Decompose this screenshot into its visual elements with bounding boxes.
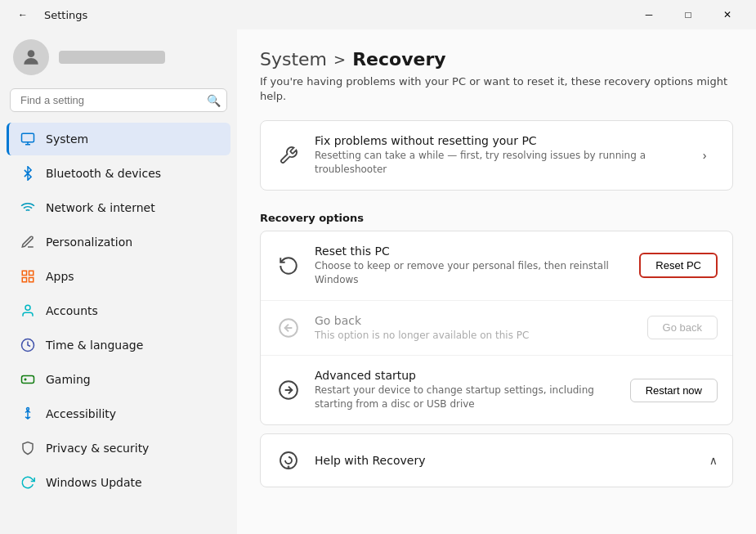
sidebar-item-label: Bluetooth & devices [46,167,161,180]
search-input[interactable] [10,88,227,112]
app-title: Settings [44,9,87,21]
reset-pc-item: Reset this PC Choose to keep or remove y… [261,231,732,301]
wrench-icon [275,142,302,168]
svg-rect-8 [22,376,34,384]
go-back-desc: This option is no longer available on th… [315,329,634,343]
reset-pc-title: Reset this PC [315,245,626,258]
sidebar-item-gaming[interactable]: Gaming [7,363,230,396]
svg-rect-1 [22,133,34,142]
maximize-icon: □ [685,9,691,20]
advanced-startup-action: Restart now [630,379,718,402]
bluetooth-icon [20,165,36,182]
reset-pc-button[interactable]: Reset PC [639,253,718,278]
fix-problems-item[interactable]: Fix problems without resetting your PC R… [261,121,732,190]
title-bar-left: ← Settings [10,2,87,27]
title-bar: ← Settings ─ □ ✕ [0,0,756,29]
sidebar-item-label: Gaming [46,373,91,386]
go-back-icon [275,315,302,341]
svg-rect-3 [29,271,34,275]
help-recovery-header[interactable]: Help with Recovery ∧ [261,434,732,487]
advanced-startup-title: Advanced startup [315,369,617,382]
time-icon [20,337,36,353]
svg-rect-4 [22,278,26,282]
maximize-button[interactable]: □ [669,2,707,27]
avatar [13,39,49,75]
svg-rect-5 [29,278,34,282]
sidebar-item-label: Network & internet [46,201,155,214]
breadcrumb: System > Recovery [260,49,733,70]
sidebar-item-personalization[interactable]: Personalization [7,226,230,258]
breadcrumb-separator: > [333,51,346,68]
sidebar-item-label: Privacy & security [46,442,149,455]
restart-now-button[interactable]: Restart now [630,379,718,402]
update-icon [20,474,36,491]
advanced-startup-text: Advanced startup Restart your device to … [315,369,617,411]
search-icon: 🔍 [207,94,221,107]
sidebar-item-label: Windows Update [46,476,142,489]
help-recovery-icon [275,447,302,473]
sidebar-item-label: Time & language [46,339,143,352]
svg-rect-2 [22,271,26,275]
recovery-options-card: Reset this PC Choose to keep or remove y… [260,231,733,425]
minimize-button[interactable]: ─ [630,2,668,27]
breadcrumb-current: Recovery [352,49,445,70]
sidebar-item-label: Accounts [46,304,98,317]
go-back-button[interactable]: Go back [647,316,718,339]
fix-problems-desc: Resetting can take a while — first, try … [315,149,678,177]
reset-icon [275,253,302,279]
svg-point-6 [25,305,30,310]
help-chevron-icon: ∧ [709,454,718,467]
svg-point-0 [28,50,35,57]
sidebar-item-privacy[interactable]: Privacy & security [7,432,230,464]
privacy-icon [20,440,36,456]
sidebar-item-accessibility[interactable]: Accessibility [7,397,230,430]
fix-problems-chevron[interactable]: › [691,142,718,168]
reset-pc-text: Reset this PC Choose to keep or remove y… [315,245,626,287]
sidebar-item-system[interactable]: System [7,123,230,155]
sidebar-item-update[interactable]: Windows Update [7,466,230,499]
go-back-item: Go back This option is no longer availab… [261,301,732,357]
breadcrumb-parent: System [260,49,327,70]
sidebar-item-bluetooth[interactable]: Bluetooth & devices [7,157,230,190]
go-back-title: Go back [315,314,634,327]
recovery-options-title: Recovery options [260,199,733,231]
sidebar-item-accounts[interactable]: Accounts [7,294,230,327]
search-box: 🔍 [10,88,227,112]
advanced-startup-icon [275,377,302,403]
svg-point-15 [289,466,289,467]
window-controls: ─ □ ✕ [630,2,746,27]
back-button[interactable]: ← [10,2,36,27]
profile-name-blur [59,51,165,64]
fix-problems-card: Fix problems without resetting your PC R… [260,120,733,191]
fix-problems-text: Fix problems without resetting your PC R… [315,134,678,177]
go-back-action: Go back [647,316,718,339]
accounts-icon [20,303,36,319]
personalization-icon [20,234,36,250]
go-back-text: Go back This option is no longer availab… [315,314,634,343]
app-body: 🔍 System Bluetooth & devices Network & i… [0,29,756,534]
sidebar-item-network[interactable]: Network & internet [7,191,230,224]
close-button[interactable]: ✕ [709,2,746,27]
main-content: System > Recovery If you're having probl… [237,29,756,534]
close-icon: ✕ [723,9,731,20]
sidebar-item-label: System [46,132,88,146]
reset-pc-desc: Choose to keep or remove your personal f… [315,259,626,287]
help-recovery-title: Help with Recovery [315,454,425,467]
network-icon [20,200,36,216]
sidebar-item-label: Personalization [46,236,132,249]
gaming-icon [20,371,36,388]
sidebar-item-label: Accessibility [46,407,116,420]
minimize-icon: ─ [646,9,653,20]
system-icon [20,131,36,147]
page-subtitle: If you're having problems with your PC o… [260,74,733,104]
fix-problems-title: Fix problems without resetting your PC [315,134,678,147]
accessibility-icon [20,406,36,422]
advanced-startup-item: Advanced startup Restart your device to … [261,356,732,424]
advanced-startup-desc: Restart your device to change startup se… [315,384,617,411]
sidebar-item-label: Apps [46,270,74,283]
help-recovery-card[interactable]: Help with Recovery ∧ [260,433,733,487]
svg-point-9 [27,408,29,411]
sidebar-item-time[interactable]: Time & language [7,329,230,361]
profile-section [0,29,237,88]
sidebar-item-apps[interactable]: Apps [7,260,230,293]
